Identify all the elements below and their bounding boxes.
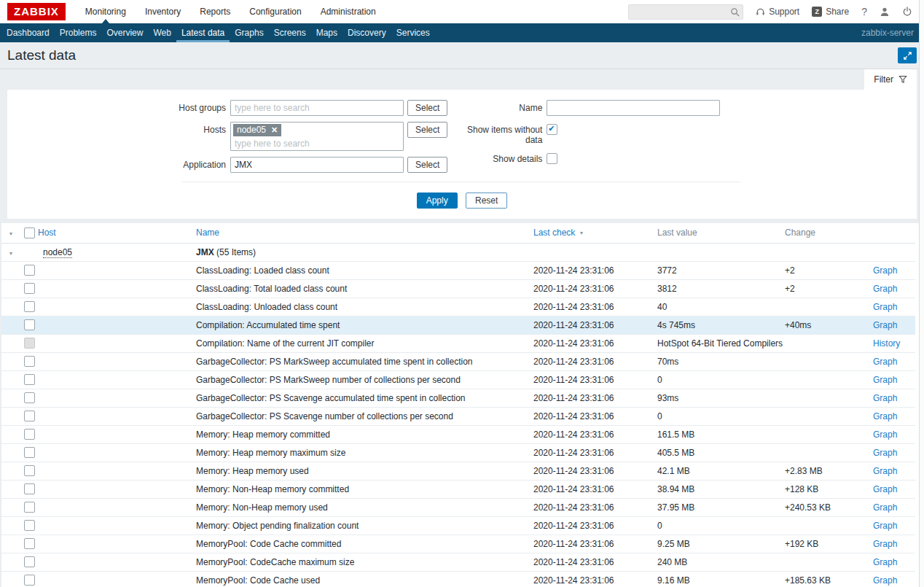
application-input[interactable] [230, 157, 404, 173]
page-header: Latest data [0, 42, 924, 69]
row-checkbox[interactable] [24, 520, 35, 531]
search-input[interactable] [628, 4, 743, 20]
item-action-link[interactable]: Graph [873, 521, 897, 531]
submenu-item[interactable]: Graphs [230, 23, 268, 42]
host-groups-input[interactable] [230, 100, 404, 116]
row-checkbox[interactable] [24, 356, 35, 367]
support-label: Support [769, 7, 799, 17]
submenu-item[interactable]: Problems [55, 23, 102, 42]
item-action-link[interactable]: Graph [873, 466, 897, 476]
main-menu-item[interactable]: Reports [190, 0, 240, 23]
item-action-link[interactable]: Graph [873, 429, 897, 440]
support-link[interactable]: Support [756, 7, 799, 17]
filter-tab[interactable]: Filter [864, 69, 917, 90]
host-groups-select-button[interactable]: Select [407, 100, 447, 116]
sort-host-link[interactable]: Host [38, 228, 56, 238]
item-action-link[interactable]: Graph [873, 284, 897, 294]
row-checkbox[interactable] [24, 265, 35, 276]
row-checkbox[interactable] [24, 447, 35, 458]
item-change [785, 298, 873, 316]
item-action-link[interactable]: Graph [873, 411, 897, 421]
share-link[interactable]: Z Share [812, 7, 849, 17]
item-name: Memory: Non-Heap memory used [196, 498, 533, 516]
item-action-link[interactable]: Graph [873, 484, 897, 494]
row-checkbox[interactable] [24, 575, 35, 586]
kiosk-mode-button[interactable] [898, 47, 917, 63]
submenu-item[interactable]: Web [148, 23, 176, 42]
row-checkbox[interactable] [24, 411, 35, 421]
row-checkbox[interactable] [24, 283, 35, 294]
show-items-without-data-checkbox[interactable] [547, 124, 557, 135]
row-checkbox[interactable] [24, 556, 35, 567]
row-checkbox[interactable] [24, 338, 35, 349]
table-row: Memory: Heap memory used 2020-11-24 23:3… [1, 462, 915, 480]
row-checkbox[interactable] [24, 483, 35, 494]
item-action-link[interactable]: Graph [873, 557, 897, 567]
item-action-link[interactable]: Graph [873, 265, 897, 276]
item-change: +185.63 KB [785, 571, 873, 587]
chip-remove-icon[interactable]: ✕ [271, 126, 278, 134]
main-menu-item[interactable]: Configuration [240, 0, 310, 23]
submenu-item[interactable]: Latest data [176, 23, 230, 42]
item-action-link[interactable]: Graph [873, 448, 897, 458]
item-last-value: 3812 [657, 279, 785, 298]
row-checkbox[interactable] [24, 465, 35, 476]
item-action-link[interactable]: Graph [873, 302, 897, 312]
browser-scrollbar[interactable] [919, 0, 924, 587]
item-last-value: 42.1 MB [657, 462, 785, 480]
item-action-link[interactable]: Graph [873, 357, 897, 367]
row-checkbox[interactable] [24, 392, 35, 403]
item-action-link[interactable]: Graph [873, 375, 897, 385]
user-profile-icon[interactable] [880, 7, 890, 17]
item-last-value: 38.94 MB [657, 480, 785, 498]
logout-icon[interactable] [902, 7, 912, 17]
row-checkbox[interactable] [24, 429, 35, 440]
host-link[interactable]: node05 [43, 247, 72, 258]
collapse-all-icon[interactable]: ▼ [9, 231, 14, 236]
table-row: GarbageCollector: PS Scavenge number of … [1, 407, 915, 425]
hosts-multiselect[interactable]: node05 ✕ type here to search [230, 122, 404, 151]
name-filter-input[interactable] [547, 100, 720, 116]
item-change: +2 [785, 279, 873, 298]
row-checkbox[interactable] [24, 502, 35, 513]
collapse-group-icon[interactable]: ▼ [9, 251, 14, 256]
submenu-item[interactable]: Services [391, 23, 435, 42]
submenu-item[interactable]: Overview [101, 23, 148, 42]
sort-last-check-link[interactable]: Last check [533, 228, 575, 238]
item-change [785, 334, 873, 352]
item-action-link[interactable]: Graph [873, 393, 897, 403]
row-checkbox[interactable] [24, 374, 35, 385]
row-checkbox[interactable] [24, 301, 35, 312]
apply-button[interactable]: Apply [417, 193, 458, 209]
submenu-item[interactable]: Dashboard [1, 23, 55, 42]
reset-button[interactable]: Reset [466, 193, 507, 209]
item-last-value: 405.5 MB [657, 443, 785, 462]
item-last-check: 2020-11-24 23:31:06 [533, 389, 657, 407]
item-action-link[interactable]: Graph [873, 502, 897, 513]
item-last-check: 2020-11-24 23:31:06 [533, 370, 657, 389]
main-menu-item[interactable]: Administration [311, 0, 385, 23]
item-action-link[interactable]: Graph [873, 539, 897, 549]
submenu-item[interactable]: Maps [311, 23, 342, 42]
submenu-item[interactable]: Screens [269, 23, 311, 42]
main-menu-item[interactable]: Monitoring [76, 0, 136, 23]
host-chip[interactable]: node05 ✕ [233, 124, 281, 136]
submenu-item[interactable]: Discovery [342, 23, 391, 42]
hosts-select-button[interactable]: Select [407, 122, 447, 138]
main-menu-item[interactable]: Inventory [136, 0, 190, 23]
search-icon[interactable] [730, 7, 740, 17]
row-checkbox[interactable] [24, 319, 35, 330]
item-name: MemoryPool: Code Cache used [196, 571, 533, 587]
item-action-link[interactable]: History [873, 338, 900, 349]
zabbix-logo[interactable]: ZABBIX [7, 3, 66, 20]
item-name: ClassLoading: Unloaded class count [196, 298, 533, 316]
item-last-check: 2020-11-24 23:31:06 [533, 498, 657, 516]
application-select-button[interactable]: Select [407, 157, 447, 173]
help-icon[interactable]: ? [861, 6, 867, 18]
item-action-link[interactable]: Graph [873, 575, 897, 586]
row-checkbox[interactable] [24, 538, 35, 549]
select-all-checkbox[interactable] [24, 228, 35, 238]
item-action-link[interactable]: Graph [873, 320, 897, 330]
sort-name-link[interactable]: Name [196, 228, 219, 238]
show-details-checkbox[interactable] [547, 153, 557, 164]
